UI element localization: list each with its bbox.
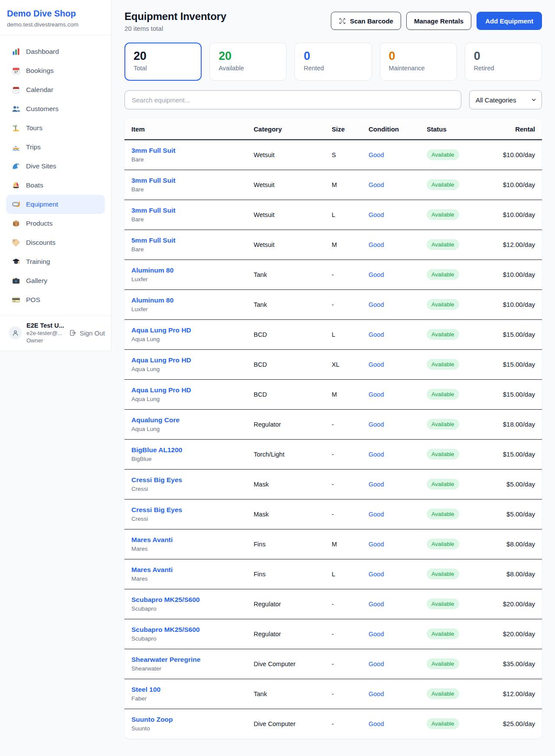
item-name-link[interactable]: Scubapro MK25/S600 bbox=[131, 626, 240, 634]
sidebar-item-equipment[interactable]: Equipment bbox=[6, 195, 105, 214]
item-condition-link[interactable]: Good bbox=[369, 481, 384, 488]
sidebar-item-calendar[interactable]: Calendar bbox=[6, 80, 105, 99]
item-category: Dive Computer bbox=[254, 661, 296, 667]
item-condition-link[interactable]: Good bbox=[369, 541, 384, 548]
stat-card-rented[interactable]: 0 Rented bbox=[294, 43, 372, 81]
stat-card-retired[interactable]: 0 Retired bbox=[465, 43, 542, 81]
item-name-link[interactable]: Suunto Zoop bbox=[131, 716, 240, 723]
item-condition-link[interactable]: Good bbox=[369, 151, 384, 158]
item-rental: $15.00/day bbox=[485, 379, 542, 409]
item-size: L bbox=[332, 571, 335, 578]
item-rental: $5.00/day bbox=[485, 469, 542, 499]
item-condition-link[interactable]: Good bbox=[369, 331, 384, 338]
avatar bbox=[9, 326, 22, 339]
stat-card-total[interactable]: 20 Total bbox=[124, 43, 202, 81]
item-name-link[interactable]: Cressi Big Eyes bbox=[131, 476, 240, 484]
item-condition-link[interactable]: Good bbox=[369, 690, 384, 697]
item-brand: Bare bbox=[131, 156, 240, 163]
item-name-link[interactable]: Aqua Lung Pro HD bbox=[131, 326, 240, 334]
item-condition-link[interactable]: Good bbox=[369, 181, 384, 188]
item-condition-link[interactable]: Good bbox=[369, 421, 384, 428]
item-condition-link[interactable]: Good bbox=[369, 661, 384, 667]
item-rental: $10.00/day bbox=[485, 200, 542, 230]
stat-label: Available bbox=[219, 65, 278, 72]
stat-card-available[interactable]: 20 Available bbox=[209, 43, 287, 81]
sidebar-item-bookings[interactable]: 17 Bookings bbox=[6, 61, 105, 80]
item-name-link[interactable]: Mares Avanti bbox=[131, 566, 240, 574]
item-brand: Cressi bbox=[131, 486, 240, 492]
item-condition-link[interactable]: Good bbox=[369, 391, 384, 398]
sidebar-item-trips[interactable]: Trips bbox=[6, 138, 105, 157]
tours-icon bbox=[12, 124, 20, 132]
stat-card-maintenance[interactable]: 0 Maintenance bbox=[380, 43, 457, 81]
item-name-link[interactable]: 3mm Full Suit bbox=[131, 177, 240, 184]
status-badge: Available bbox=[427, 628, 459, 639]
item-condition-link[interactable]: Good bbox=[369, 601, 384, 608]
status-badge: Available bbox=[427, 299, 459, 310]
sign-out-button[interactable]: Sign Out bbox=[69, 329, 105, 337]
add-equipment-button[interactable]: Add Equipment bbox=[477, 12, 542, 30]
item-brand: Suunto bbox=[131, 725, 240, 732]
item-size: L bbox=[332, 331, 335, 338]
item-name-link[interactable]: 5mm Full Suit bbox=[131, 237, 240, 244]
item-brand: Scubapro bbox=[131, 635, 240, 642]
sidebar-item-dive-sites[interactable]: Dive Sites bbox=[6, 157, 105, 176]
item-name-link[interactable]: Aqualung Core bbox=[131, 416, 240, 424]
item-size: M bbox=[332, 391, 337, 398]
table-row: Aluminum 80 Luxfer Tank - Good Available… bbox=[124, 260, 542, 289]
sidebar-item-training[interactable]: Training bbox=[6, 252, 105, 271]
scan-barcode-label: Scan Barcode bbox=[350, 17, 393, 25]
sidebar-item-products[interactable]: Products bbox=[6, 214, 105, 233]
sidebar-item-customers[interactable]: Customers bbox=[6, 99, 105, 118]
item-size: - bbox=[332, 631, 334, 638]
stat-label: Total bbox=[134, 65, 193, 72]
scan-barcode-button[interactable]: Scan Barcode bbox=[331, 12, 401, 30]
item-condition-link[interactable]: Good bbox=[369, 271, 384, 278]
item-name-link[interactable]: Scubapro MK25/S600 bbox=[131, 596, 240, 604]
item-condition-link[interactable]: Good bbox=[369, 301, 384, 308]
status-badge: Available bbox=[427, 269, 459, 280]
item-condition-link[interactable]: Good bbox=[369, 361, 384, 368]
item-name-link[interactable]: Steel 100 bbox=[131, 686, 240, 694]
item-name-link[interactable]: Aluminum 80 bbox=[131, 266, 240, 274]
item-category: Wetsuit bbox=[254, 211, 274, 218]
item-name-link[interactable]: Aluminum 80 bbox=[131, 296, 240, 304]
item-size: M bbox=[332, 541, 337, 548]
item-condition-link[interactable]: Good bbox=[369, 211, 384, 218]
item-condition-link[interactable]: Good bbox=[369, 241, 384, 248]
item-brand: Luxfer bbox=[131, 276, 240, 283]
manage-rentals-button[interactable]: Manage Rentals bbox=[406, 12, 471, 30]
item-name-link[interactable]: Aqua Lung Pro HD bbox=[131, 356, 240, 364]
item-name-link[interactable]: 3mm Full Suit bbox=[131, 147, 240, 154]
brand-name[interactable]: Demo Dive Shop bbox=[7, 9, 104, 19]
item-name-link[interactable]: Mares Avanti bbox=[131, 536, 240, 544]
item-condition-link[interactable]: Good bbox=[369, 720, 384, 727]
item-condition-link[interactable]: Good bbox=[369, 571, 384, 578]
sidebar-item-pos[interactable]: POS bbox=[6, 290, 105, 309]
category-select[interactable]: All Categories bbox=[469, 90, 542, 109]
item-rental: $5.00/day bbox=[485, 499, 542, 529]
item-name-link[interactable]: Aqua Lung Pro HD bbox=[131, 386, 240, 394]
stat-value: 0 bbox=[304, 49, 362, 63]
search-input[interactable] bbox=[124, 90, 461, 109]
item-category: Torch/Light bbox=[254, 451, 284, 458]
sidebar-item-boats[interactable]: Boats bbox=[6, 176, 105, 195]
main-content: Equipment Inventory 20 items total Scan … bbox=[111, 0, 555, 752]
item-name-link[interactable]: BigBlue AL1200 bbox=[131, 446, 240, 454]
item-rental: $20.00/day bbox=[485, 589, 542, 619]
item-brand: BigBlue bbox=[131, 456, 240, 462]
item-name-link[interactable]: Cressi Big Eyes bbox=[131, 506, 240, 514]
item-name-link[interactable]: 3mm Full Suit bbox=[131, 207, 240, 214]
item-rental: $18.00/day bbox=[485, 409, 542, 439]
item-condition-link[interactable]: Good bbox=[369, 511, 384, 518]
sidebar-item-label: Equipment bbox=[26, 201, 58, 208]
status-badge: Available bbox=[427, 658, 459, 669]
user-name: E2E Test U... bbox=[26, 322, 64, 329]
sidebar-item-gallery[interactable]: Gallery bbox=[6, 271, 105, 290]
sidebar-item-tours[interactable]: Tours bbox=[6, 118, 105, 138]
item-condition-link[interactable]: Good bbox=[369, 451, 384, 458]
sidebar-item-discounts[interactable]: Discounts bbox=[6, 233, 105, 252]
sidebar-item-dashboard[interactable]: Dashboard bbox=[6, 42, 105, 61]
item-condition-link[interactable]: Good bbox=[369, 631, 384, 638]
item-name-link[interactable]: Shearwater Peregrine bbox=[131, 656, 240, 664]
